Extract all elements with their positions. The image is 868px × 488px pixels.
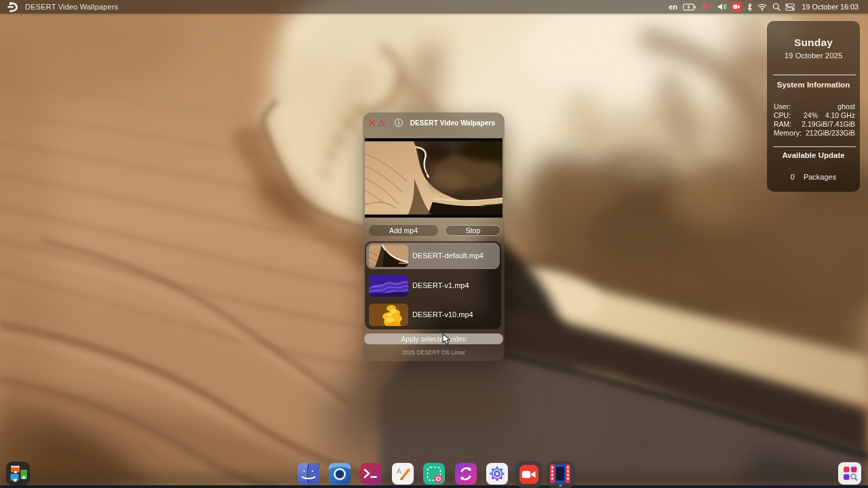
svg-text:A: A <box>397 467 402 475</box>
